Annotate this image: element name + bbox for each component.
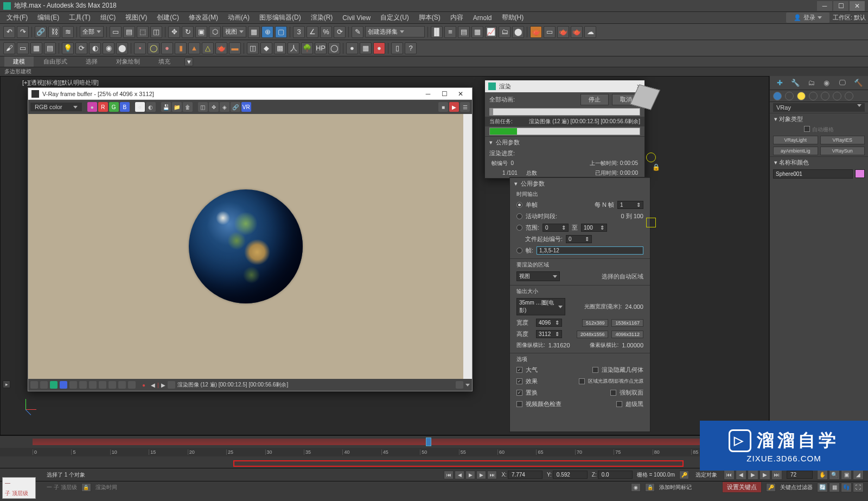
tb2-icon-29[interactable]: ● [373, 42, 385, 54]
vfb-tracking-icon[interactable]: ✥ [209, 102, 219, 112]
render-setup-icon[interactable]: 🫖 [530, 26, 542, 38]
vfb-status-icon-12[interactable] [168, 381, 175, 389]
select-rect-icon[interactable]: ⬚ [137, 26, 149, 38]
nav-time-play-icon[interactable]: ▶ [748, 470, 758, 480]
rs-preset-dropdown[interactable]: 35mm …圏(电影) [516, 298, 565, 315]
tb2-icon-4[interactable]: ▤ [44, 42, 56, 54]
selection-lock-icon[interactable]: 🔒 [645, 483, 655, 492]
nav-time-next-icon[interactable]: ▶ [760, 470, 770, 480]
viewport-expand-icon[interactable]: ▸ [3, 380, 10, 388]
vfb-status-icon-11[interactable] [128, 381, 136, 389]
snap-3-icon[interactable]: 3 [293, 26, 305, 38]
vp-pan-icon[interactable]: ✋ [817, 470, 828, 480]
rs-preset-2[interactable]: 1536x1167 [611, 319, 643, 327]
setkey-button[interactable]: 设置关键点 [722, 481, 762, 493]
select-name-icon[interactable]: ▤ [123, 26, 135, 38]
tb2-icon-7[interactable]: ◐ [89, 42, 101, 54]
link-icon[interactable]: 🔗 [35, 26, 47, 38]
vfb-render-view[interactable] [28, 114, 463, 379]
ribbon-tab-model[interactable]: 建模 [4, 56, 34, 67]
render-prod-icon[interactable]: 🫖 [557, 26, 569, 38]
tb2-icon-1[interactable]: 🖌 [3, 42, 15, 54]
vp-zoomall-icon[interactable]: ▣ [841, 470, 852, 480]
vfb-region-icon[interactable]: ◈ [220, 102, 229, 112]
tb2-icon-20[interactable]: ◫ [247, 42, 259, 54]
coord-x-input[interactable]: 7.774 [508, 471, 542, 479]
rs-height-spinner[interactable]: 3112⇕ [536, 330, 562, 338]
script-listener[interactable]: — 子 顶层级 [2, 477, 36, 499]
vp-zoom-icon[interactable]: 🔍 [829, 470, 840, 480]
material-icon[interactable]: ⬤ [512, 26, 524, 38]
menu-customize[interactable]: 自定义(U) [376, 12, 413, 23]
cp-shapes-icon[interactable] [785, 92, 794, 100]
redo-icon[interactable]: ↷ [17, 26, 29, 38]
lock-selection-icon[interactable]: 🔒 [81, 483, 91, 492]
rs-check-2side[interactable] [610, 390, 616, 396]
vfb-title-bar[interactable]: V-Ray frame buffer - [25% of 4096 x 3112… [28, 88, 472, 100]
menu-script[interactable]: 脚本(S) [414, 12, 445, 23]
render-online-icon[interactable]: ☁ [584, 26, 596, 38]
rs-range-from[interactable]: 0⇕ [542, 224, 569, 232]
menu-create[interactable]: 创建(C) [152, 12, 183, 23]
tb2-icon-9[interactable]: ⬤ [116, 42, 128, 54]
tb2-icon-21[interactable]: ◆ [260, 42, 272, 54]
rs-frames-input[interactable]: 1,3,5-12 [537, 246, 643, 255]
maximize-button[interactable]: ☐ [833, 1, 848, 11]
play-start-icon[interactable]: ⏮ [444, 471, 454, 479]
rs-range-to[interactable]: 100⇕ [581, 224, 607, 232]
vfb-maximize-button[interactable]: ☐ [436, 89, 452, 99]
nav-time-prev-icon[interactable]: ◀ [736, 470, 746, 480]
vfb-clear-icon[interactable]: 🗑 [183, 102, 193, 112]
cp-object-name-input[interactable]: Sphere001 [773, 169, 853, 179]
window-cross-icon[interactable]: ◫ [150, 26, 162, 38]
rs-radio-range[interactable] [516, 225, 522, 231]
status-addtimemark[interactable]: 添加时间标记 [659, 484, 692, 491]
rs-every-n-spinner[interactable]: 1⇕ [617, 201, 643, 209]
cp-hierarchy-icon[interactable]: 🗂 [806, 78, 816, 88]
cp-autogrid-check[interactable] [804, 126, 810, 132]
menu-edit[interactable]: 编辑(E) [33, 12, 63, 23]
tb2-icon-28[interactable]: ▦ [360, 42, 372, 54]
ref-coord-dropdown[interactable]: 视图 [222, 26, 246, 37]
rs-preset-3[interactable]: 2048x1556 [577, 331, 609, 338]
vfb-status-next-icon[interactable]: ▶ [161, 382, 165, 388]
cp-obj-ambient[interactable]: ayAmbientLig [773, 147, 818, 155]
tb2-icon-22[interactable]: ▩ [274, 42, 286, 54]
menu-help[interactable]: 帮助(H) [497, 12, 528, 23]
tb2-icon-27[interactable]: ● [346, 42, 358, 54]
vfb-scrollbar[interactable] [463, 114, 472, 379]
vfb-b-icon[interactable]: B [120, 102, 130, 112]
prim-teapot-icon[interactable]: 🫖 [215, 42, 227, 54]
vfb-status-icon-2[interactable] [40, 381, 48, 389]
named-sel-dropdown[interactable]: 创建选择集 [365, 26, 425, 37]
prim-sphere-icon[interactable]: ● [161, 42, 173, 54]
light-bulb-icon[interactable]: 💡 [62, 42, 74, 54]
cp-category-dropdown[interactable]: VRay [773, 103, 865, 112]
cp-geom-icon[interactable] [773, 92, 782, 100]
prim-torus-icon[interactable]: ◯ [148, 42, 159, 54]
vfb-status-rec-icon[interactable]: ● [142, 382, 145, 388]
help-icon[interactable]: ? [405, 42, 417, 54]
menu-group[interactable]: 组(C) [96, 12, 120, 23]
ribbon-config-icon[interactable]: ▾ [184, 58, 193, 66]
cp-cameras-icon[interactable] [809, 92, 818, 100]
rs-check-hidden[interactable] [592, 367, 598, 373]
rs-width-spinner[interactable]: 4096⇕ [536, 319, 562, 327]
menu-animation[interactable]: 动画(A) [224, 12, 254, 23]
play-next-icon[interactable]: ▶ [476, 471, 486, 479]
render-stop-button[interactable]: 停止 [580, 94, 609, 105]
play-play-icon[interactable]: ▶ [465, 471, 475, 479]
undo-icon[interactable]: ↶ [3, 26, 15, 38]
keyboard-icon[interactable]: ▢ [275, 26, 287, 38]
prim-box-icon[interactable]: ▪ [134, 42, 146, 54]
vp-walk-icon[interactable]: 👣 [841, 483, 852, 492]
rs-check-effects[interactable]: ✓ [516, 378, 522, 384]
menu-grapheditors[interactable]: 图形编辑器(D) [255, 12, 305, 23]
cp-modify-icon[interactable]: 🔧 [790, 78, 801, 88]
scale-icon[interactable]: ▣ [195, 26, 207, 38]
login-button[interactable]: 👤 登录 [786, 12, 829, 23]
rs-check-area[interactable] [579, 378, 585, 384]
vfb-status-icon-5[interactable] [69, 381, 77, 389]
cp-utilities-icon[interactable]: 🔨 [853, 78, 864, 88]
tree-icon[interactable]: 🌳 [301, 42, 313, 54]
